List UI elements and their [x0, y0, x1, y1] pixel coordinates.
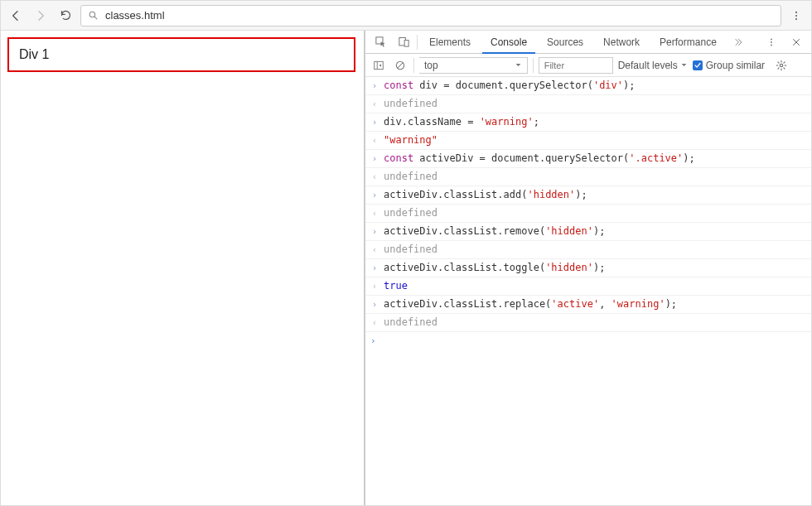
- browser-toolbar: [1, 1, 811, 31]
- tab-console[interactable]: Console: [482, 31, 535, 54]
- context-label: top: [424, 60, 438, 71]
- group-similar-toggle[interactable]: Group similar: [693, 60, 765, 71]
- svg-point-1: [795, 11, 797, 12]
- console-output-row: ‹"warning": [365, 132, 811, 150]
- device-toolbar-button[interactable]: [394, 32, 413, 52]
- back-button[interactable]: [6, 6, 26, 26]
- output-arrow-icon: ‹: [370, 170, 379, 185]
- console-output-row: ‹undefined: [365, 314, 811, 332]
- console-input-row: ›const activeDiv = document.querySelecto…: [365, 150, 811, 168]
- svg-point-12: [780, 64, 783, 67]
- forward-button[interactable]: [31, 6, 51, 26]
- reload-button[interactable]: [56, 6, 75, 26]
- group-similar-checkbox[interactable]: [693, 60, 703, 70]
- console-text: undefined: [384, 242, 806, 257]
- console-prompt[interactable]: ›: [365, 332, 811, 350]
- console-text: activeDiv.classList.toggle('hidden');: [384, 260, 806, 275]
- tab-network[interactable]: Network: [595, 31, 648, 54]
- console-text: activeDiv.classList.replace('active', 'w…: [384, 296, 806, 311]
- output-arrow-icon: ‹: [370, 133, 379, 148]
- output-arrow-icon: ‹: [370, 97, 379, 112]
- console-text: const activeDiv = document.querySelector…: [384, 151, 806, 166]
- input-arrow-icon: ›: [370, 188, 379, 203]
- svg-rect-6: [404, 41, 408, 47]
- close-icon: [791, 37, 801, 47]
- svg-point-0: [89, 12, 95, 17]
- console-output[interactable]: ›const div = document.querySelector('div…: [365, 77, 811, 505]
- input-arrow-icon: ›: [370, 261, 379, 276]
- svg-point-9: [771, 44, 772, 46]
- console-settings-button[interactable]: [773, 57, 790, 74]
- check-icon: [694, 61, 702, 70]
- tab-performance[interactable]: Performance: [651, 31, 725, 54]
- chevron-down-icon: [680, 61, 688, 69]
- dots-vertical-icon: [790, 10, 802, 22]
- separator: [413, 58, 414, 73]
- group-similar-label: Group similar: [706, 60, 765, 71]
- console-text: undefined: [384, 96, 806, 111]
- url-bar[interactable]: [80, 5, 781, 27]
- levels-label: Default levels: [618, 60, 678, 71]
- gear-icon: [776, 60, 787, 71]
- devtools-menu-button[interactable]: [761, 32, 781, 52]
- console-input-row: ›activeDiv.classList.replace('active', '…: [365, 296, 811, 314]
- output-arrow-icon: ‹: [370, 206, 379, 221]
- devtools-panel: Elements Console Sources Network Perform…: [365, 31, 811, 505]
- console-text: undefined: [384, 205, 806, 220]
- dots-vertical-icon: [766, 37, 776, 47]
- input-arrow-icon: ›: [370, 79, 379, 94]
- svg-rect-10: [375, 61, 384, 69]
- browser-menu-button[interactable]: [786, 6, 806, 26]
- console-input-row: ›const div = document.querySelector('div…: [365, 77, 811, 95]
- log-levels-selector[interactable]: Default levels: [618, 60, 688, 71]
- svg-point-3: [795, 18, 797, 20]
- console-text: const div = document.querySelector('div'…: [384, 78, 806, 93]
- console-sidebar-toggle[interactable]: [370, 57, 387, 74]
- main-area: Div 1 Elements Console Sources Network P…: [1, 31, 811, 505]
- search-icon: [88, 10, 99, 21]
- context-selector[interactable]: top: [419, 57, 528, 74]
- svg-point-8: [771, 41, 772, 43]
- url-input[interactable]: [104, 8, 774, 22]
- svg-point-2: [795, 14, 797, 16]
- console-text: undefined: [384, 315, 806, 330]
- console-output-row: ‹undefined: [365, 241, 811, 259]
- browser-window: Div 1 Elements Console Sources Network P…: [0, 0, 812, 506]
- console-text: div.className = 'warning';: [384, 114, 806, 129]
- separator: [417, 35, 418, 50]
- filter-input[interactable]: [539, 57, 613, 74]
- console-text: undefined: [384, 169, 806, 184]
- console-output-row: ‹true: [365, 277, 811, 296]
- arrow-right-icon: [34, 9, 47, 22]
- inspect-icon: [375, 36, 387, 48]
- page-content: Div 1: [1, 31, 364, 79]
- console-toolbar: top Default levels Group similar: [365, 54, 811, 77]
- more-tabs-button[interactable]: [728, 32, 748, 52]
- prompt-arrow-icon: ›: [370, 334, 379, 349]
- chevron-down-icon: [515, 61, 522, 69]
- inspect-element-button[interactable]: [370, 32, 390, 52]
- arrow-left-icon: [9, 9, 22, 22]
- console-input-row: ›activeDiv.classList.toggle('hidden');: [365, 259, 811, 277]
- tab-elements[interactable]: Elements: [421, 31, 479, 54]
- ban-icon: [394, 60, 406, 71]
- tab-sources[interactable]: Sources: [539, 31, 592, 54]
- console-output-row: ‹undefined: [365, 95, 811, 113]
- console-output-row: ‹undefined: [365, 205, 811, 223]
- console-text: true: [384, 278, 806, 293]
- console-input-row: ›activeDiv.classList.add('hidden');: [365, 186, 811, 205]
- input-arrow-icon: ›: [370, 115, 379, 130]
- chevron-double-right-icon: [733, 37, 743, 47]
- clear-console-button[interactable]: [392, 57, 408, 74]
- input-arrow-icon: ›: [370, 152, 379, 166]
- device-icon: [398, 36, 410, 48]
- output-arrow-icon: ‹: [370, 243, 379, 258]
- svg-point-7: [771, 38, 772, 40]
- console-output-row: ‹undefined: [365, 168, 811, 186]
- output-arrow-icon: ‹: [370, 316, 379, 330]
- console-text: activeDiv.classList.add('hidden');: [384, 187, 806, 202]
- output-arrow-icon: ‹: [370, 279, 379, 294]
- div-element: Div 1: [7, 37, 355, 72]
- input-arrow-icon: ›: [370, 224, 379, 239]
- devtools-close-button[interactable]: [786, 32, 806, 52]
